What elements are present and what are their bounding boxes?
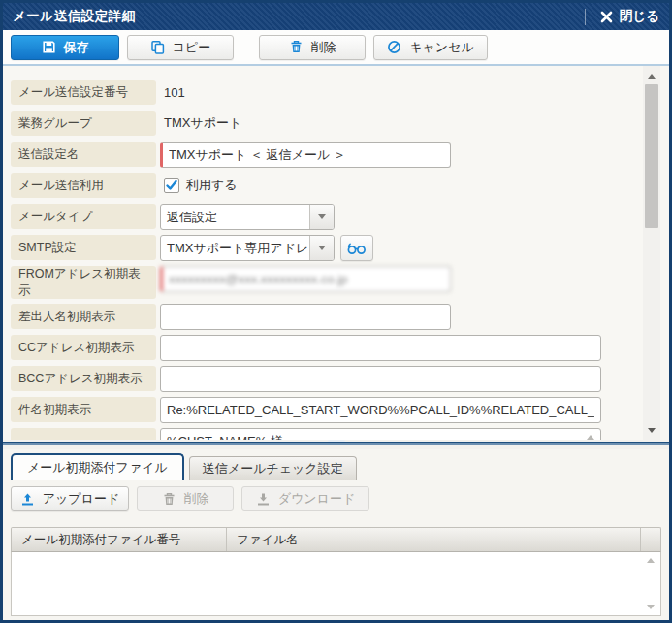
arrow-up-icon xyxy=(648,74,656,79)
close-button[interactable]: 閉じる xyxy=(585,8,659,25)
glasses-icon xyxy=(347,242,367,255)
scroll-up-button[interactable] xyxy=(643,68,660,83)
row-cc-address: CCアドレス初期表示 xyxy=(11,335,669,361)
splitter-line-shadow xyxy=(3,443,669,445)
download-button[interactable]: ダウンロード xyxy=(241,486,369,511)
main-toolbar: 保存 コピー 削除 キャンセル xyxy=(3,30,669,66)
smtp-select[interactable]: TMXサポート専用アドレス xyxy=(160,235,335,261)
body-textarea[interactable]: %CUST_NAME% 様 xyxy=(160,428,601,440)
mail-send-settings-dialog: メール送信設定詳細 閉じる 保存 コピー 削除 xyxy=(0,0,672,623)
delete-label: 削除 xyxy=(311,39,336,56)
subject-input[interactable] xyxy=(160,397,601,423)
copy-icon xyxy=(150,40,165,54)
arrow-down-icon xyxy=(648,428,656,433)
row-bcc-address: BCCアドレス初期表示 xyxy=(11,366,669,392)
business-group-label: 業務グループ xyxy=(11,111,156,136)
close-icon xyxy=(600,11,613,23)
body-label xyxy=(11,428,156,440)
setting-number-value: 101 xyxy=(164,80,185,105)
smtp-dropdown-button[interactable] xyxy=(309,236,334,260)
download-label: ダウンロード xyxy=(278,490,356,508)
sender-name-label: 差出人名初期表示 xyxy=(11,304,156,329)
tab-attachments-label: メール初期添付ファイル xyxy=(27,459,168,476)
setting-name-label: 送信設定名 xyxy=(11,142,156,167)
scroll-down-button[interactable] xyxy=(643,422,660,438)
smtp-selected-value: TMXサポート専用アドレス xyxy=(161,236,309,260)
settings-form: メール送信設定番号 101 業務グループ TMXサポート 送信設定名 メール送信… xyxy=(3,66,669,440)
mail-type-select[interactable]: 返信設定 xyxy=(160,204,335,230)
attachments-panel: メール初期添付ファイル 送信メールチェック設定 アップロード 削除 xyxy=(3,449,669,620)
mail-type-selected-value: 返信設定 xyxy=(161,205,309,229)
attachments-table: メール初期添付ファイル番号 ファイル名 xyxy=(11,527,661,616)
splitter-grip[interactable] xyxy=(328,440,345,442)
column-header-attachment-number[interactable]: メール初期添付ファイル番号 xyxy=(12,528,227,551)
copy-label: コピー xyxy=(173,39,211,56)
mail-use-label: メール送信利用 xyxy=(11,173,156,198)
row-mail-use: メール送信利用 利用する xyxy=(11,173,669,198)
cancel-icon xyxy=(387,40,401,54)
cancel-label: キャンセル xyxy=(409,39,474,56)
bcc-address-input[interactable] xyxy=(160,366,601,392)
bcc-address-label: BCCアドレス初期表示 xyxy=(11,366,156,391)
row-subject: 件名初期表示 xyxy=(11,397,669,423)
row-mail-type: メールタイプ 返信設定 xyxy=(11,204,669,230)
upload-button[interactable]: アップロード xyxy=(11,486,129,511)
row-smtp: SMTP設定 TMXサポート専用アドレス xyxy=(11,235,669,261)
row-from-address: FROMアドレス初期表示 xyxy=(11,266,669,299)
table-scroll-up-icon[interactable] xyxy=(647,558,655,563)
attachment-delete-button[interactable]: 削除 xyxy=(137,486,234,511)
lower-tabs: メール初期添付ファイル 送信メールチェック設定 xyxy=(11,453,661,480)
attachments-list-empty[interactable] xyxy=(11,552,661,616)
row-body-preview: %CUST_NAME% 様 xyxy=(11,428,669,440)
cc-address-input[interactable] xyxy=(160,335,601,361)
from-address-input[interactable] xyxy=(160,266,451,292)
mail-use-checkbox-label: 利用する xyxy=(186,177,238,194)
mail-type-label: メールタイプ xyxy=(11,204,156,229)
tab-mail-check-label: 送信メールチェック設定 xyxy=(203,460,343,477)
copy-button[interactable]: コピー xyxy=(127,35,234,60)
tab-mail-check-settings[interactable]: 送信メールチェック設定 xyxy=(189,456,357,480)
column-header-spacer xyxy=(641,528,660,551)
upload-label: アップロード xyxy=(43,490,120,508)
mail-use-checkbox[interactable] xyxy=(164,178,179,193)
subject-label: 件名初期表示 xyxy=(11,397,156,422)
cc-address-label: CCアドレス初期表示 xyxy=(11,335,156,360)
trash-icon-disabled xyxy=(162,492,176,507)
row-sender-name: 差出人名初期表示 xyxy=(11,304,669,330)
close-label: 閉じる xyxy=(620,8,659,25)
titlebar-separator xyxy=(585,9,586,25)
panel-splitter[interactable] xyxy=(3,440,669,449)
attachments-toolbar: アップロード 削除 ダウンロード xyxy=(11,486,661,511)
scrollbar-thumb[interactable] xyxy=(645,84,658,228)
form-scrollbar[interactable] xyxy=(643,66,660,440)
column-header-filename[interactable]: ファイル名 xyxy=(227,528,641,551)
setting-number-label: メール送信設定番号 xyxy=(11,80,156,105)
business-group-value: TMXサポート xyxy=(164,111,241,136)
attachment-delete-label: 削除 xyxy=(184,490,209,508)
setting-name-input[interactable] xyxy=(160,142,451,168)
save-icon xyxy=(42,40,56,54)
cancel-button[interactable]: キャンセル xyxy=(373,35,488,60)
attachments-table-header: メール初期添付ファイル番号 ファイル名 xyxy=(11,527,661,552)
chevron-down-icon xyxy=(318,214,326,219)
delete-button[interactable]: 削除 xyxy=(259,35,366,60)
download-icon xyxy=(256,492,271,507)
from-address-label: FROMアドレス初期表示 xyxy=(11,266,156,299)
mail-type-dropdown-button[interactable] xyxy=(309,205,334,229)
tab-initial-attachments[interactable]: メール初期添付ファイル xyxy=(11,453,184,480)
smtp-view-button[interactable] xyxy=(340,235,373,261)
dialog-titlebar: メール送信設定詳細 閉じる xyxy=(3,3,669,30)
row-setting-number: メール送信設定番号 101 xyxy=(11,80,669,105)
trash-icon xyxy=(289,40,304,54)
table-scroll-down-icon[interactable] xyxy=(647,605,655,609)
row-setting-name: 送信設定名 xyxy=(11,142,669,168)
sender-name-input[interactable] xyxy=(160,304,451,330)
dialog-title: メール送信設定詳細 xyxy=(13,8,136,25)
row-business-group: 業務グループ TMXサポート xyxy=(11,111,669,136)
chevron-down-icon xyxy=(318,246,326,250)
save-label: 保存 xyxy=(64,39,89,56)
smtp-label: SMTP設定 xyxy=(11,235,156,260)
upload-icon xyxy=(20,492,35,507)
save-button[interactable]: 保存 xyxy=(11,35,119,60)
check-icon xyxy=(165,179,178,192)
